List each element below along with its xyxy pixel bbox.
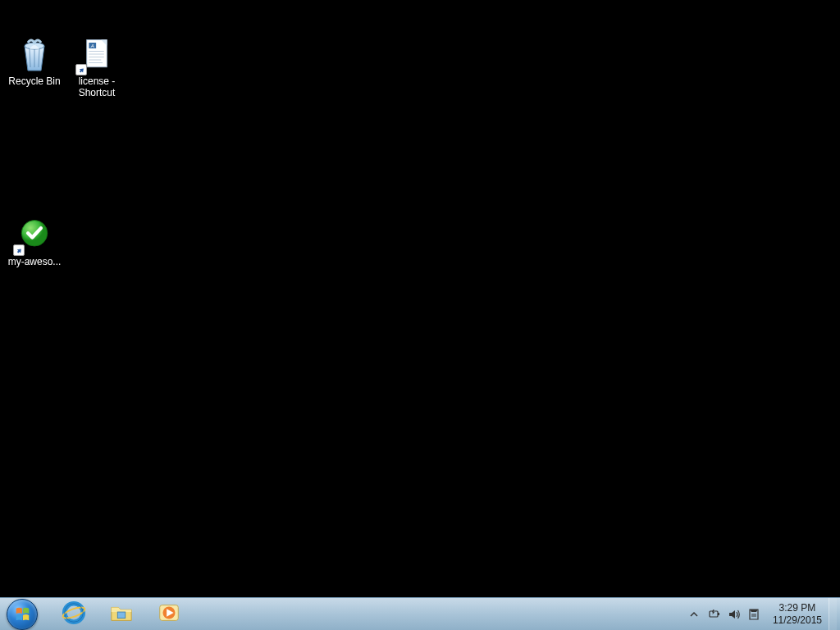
- shortcut-arrow-icon: [13, 244, 25, 256]
- taskbar-item-media-player[interactable]: [146, 600, 192, 629]
- windows-logo-icon: [7, 599, 38, 630]
- desktop[interactable]: Recycle Bin A license - Shortcut: [0, 0, 840, 630]
- svg-rect-16: [117, 612, 125, 619]
- media-player-icon: [157, 600, 181, 628]
- svg-rect-20: [718, 613, 719, 615]
- desktop-icon-license-shortcut[interactable]: A license - Shortcut: [66, 33, 128, 101]
- green-check-icon: [15, 215, 54, 254]
- desktop-icon-recycle-bin[interactable]: Recycle Bin: [3, 33, 66, 89]
- pinned-apps: [51, 600, 192, 629]
- document-icon: A: [77, 34, 116, 74]
- folder-icon: [109, 600, 134, 628]
- desktop-icon-label: license - Shortcut: [67, 75, 126, 99]
- clock-date: 11/29/2015: [773, 614, 822, 626]
- desktop-icon-my-awesome[interactable]: my-aweso...: [3, 213, 66, 269]
- svg-point-15: [65, 603, 84, 622]
- recycle-bin-icon: [15, 34, 54, 74]
- tray-power-icon[interactable]: [707, 607, 722, 622]
- svg-text:A: A: [90, 43, 94, 48]
- desktop-icon-label: my-aweso...: [8, 256, 62, 267]
- taskbar-clock[interactable]: 3:29 PM 11/29/2015: [766, 602, 829, 626]
- tray-volume-icon[interactable]: [727, 607, 742, 622]
- desktop-icon-label: Recycle Bin: [8, 75, 60, 87]
- taskbar: 3:29 PM 11/29/2015: [0, 597, 840, 630]
- tray-action-center-icon[interactable]: [746, 607, 761, 622]
- shortcut-arrow-icon: [75, 64, 87, 75]
- taskbar-item-file-explorer[interactable]: [98, 600, 144, 629]
- internet-explorer-icon: [62, 600, 86, 628]
- system-tray: 3:29 PM 11/29/2015: [686, 598, 840, 630]
- start-button[interactable]: [0, 598, 44, 631]
- taskbar-item-internet-explorer[interactable]: [51, 600, 97, 629]
- clock-time: 3:29 PM: [779, 602, 816, 614]
- show-hidden-icons-button[interactable]: [686, 598, 702, 631]
- show-desktop-button[interactable]: [829, 598, 837, 631]
